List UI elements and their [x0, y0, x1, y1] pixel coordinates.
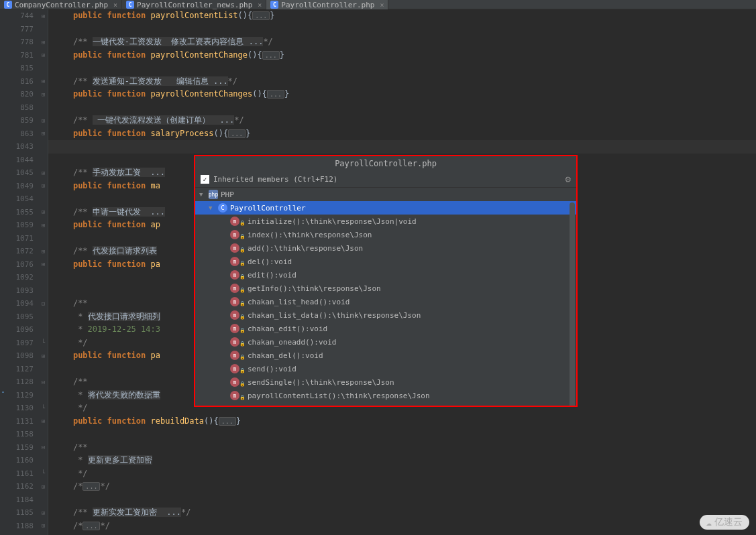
code-line[interactable]: [54, 101, 756, 115]
folded-code-marker[interactable]: ...: [267, 90, 284, 99]
method-icon: m: [230, 297, 239, 306]
tree-method-node[interactable]: m🔒chakan_edit():void: [195, 322, 576, 335]
folded-code-marker[interactable]: ...: [228, 129, 246, 138]
code-line[interactable]: public function payrollContentChanges(){…: [54, 88, 756, 101]
tree-method-node[interactable]: m🔒send():void: [195, 362, 576, 375]
fold-toggle-icon[interactable]: ⊞: [39, 114, 48, 127]
fold-toggle-icon[interactable]: ⊞: [39, 219, 48, 232]
folded-code-marker[interactable]: ...: [252, 11, 270, 20]
code-line[interactable]: * 更新更多工资加密: [54, 454, 756, 467]
tree-method-node[interactable]: m🔒index():\think\response\Json: [195, 228, 576, 241]
fold-toggle-icon[interactable]: └: [39, 402, 48, 415]
tree-method-node[interactable]: m🔒initialize():\think\response\Json|void: [195, 215, 576, 228]
code-line[interactable]: /** 更新实发工资加密 ...*/: [54, 506, 756, 520]
tree-scrollbar[interactable]: [570, 202, 575, 406]
code-line[interactable]: */: [54, 467, 756, 481]
code-line[interactable]: [48, 140, 756, 154]
code-line[interactable]: [54, 428, 756, 441]
folded-code-marker[interactable]: ...: [83, 522, 100, 530]
code-line[interactable]: /** 一键代发-工资发放 修改工资表内容信息 ...*/: [54, 36, 756, 49]
close-icon[interactable]: ×: [380, 1, 384, 9]
fold-toggle-icon: [39, 232, 48, 245]
line-number: 1093: [7, 284, 34, 298]
fold-toggle-icon[interactable]: ⊟: [39, 375, 48, 389]
code-line[interactable]: /**: [54, 441, 756, 455]
fold-toggle-icon[interactable]: ⊞: [39, 415, 48, 428]
fold-toggle-icon[interactable]: └: [39, 467, 48, 481]
fold-toggle-icon[interactable]: ⊞: [39, 166, 48, 180]
code-line[interactable]: [54, 23, 756, 36]
code-line[interactable]: /*...*/: [54, 480, 756, 493]
folded-code-marker[interactable]: ...: [219, 417, 236, 426]
tree-method-label: del():void: [248, 257, 292, 266]
code-line[interactable]: [54, 62, 756, 75]
tab-file[interactable]: CPayrollController_news.php×: [122, 0, 266, 9]
fold-toggle-icon[interactable]: ⊞: [39, 206, 48, 219]
line-number: 1055: [7, 206, 34, 219]
tree-method-node[interactable]: m🔒chakan_list_data():\think\response\Jso…: [195, 308, 576, 322]
code-line[interactable]: public function rebuildData(){...}: [54, 415, 756, 428]
fold-toggle-icon[interactable]: ⊞: [39, 75, 48, 88]
fold-toggle-icon[interactable]: ⊞: [39, 36, 48, 49]
fold-toggle-icon[interactable]: ⊞: [39, 520, 48, 533]
tree-root-php[interactable]: ▼ php PHP: [195, 188, 576, 201]
code-line[interactable]: public function payrollContentChange(){.…: [54, 49, 756, 62]
method-icon: m: [230, 391, 239, 400]
fold-toggle-icon: [39, 310, 48, 324]
fold-toggle-icon[interactable]: ⊞: [39, 9, 48, 23]
tree-method-node[interactable]: m🔒payrollContentList():\think\response\J…: [195, 389, 576, 402]
popup-toolbar: ✓ Inherited members (Ctrl+F12) ⚙: [195, 171, 576, 188]
code-line[interactable]: /** 发送通知-工资发放 编辑信息 ...*/: [54, 75, 756, 88]
close-icon[interactable]: ×: [113, 1, 117, 9]
fold-toggle-icon[interactable]: ⊞: [39, 349, 48, 363]
fold-toggle-icon[interactable]: └: [39, 337, 48, 350]
tree-method-label: add():\think\response\Json: [248, 244, 363, 253]
tree-class-node[interactable]: ▼ C PayrollController: [195, 201, 576, 215]
line-number: 1162: [7, 480, 34, 493]
line-number: 1160: [7, 454, 34, 467]
tree-method-node[interactable]: m🔒getInfo():\think\response\Json: [195, 282, 576, 295]
tab-file[interactable]: CPayrollController.php×: [266, 0, 388, 9]
tab-file[interactable]: CCompanyController.php×: [0, 0, 122, 9]
inherited-checkbox[interactable]: ✓: [201, 175, 209, 184]
line-number: 1096: [7, 323, 34, 337]
fold-toggle-icon[interactable]: ⊞: [39, 480, 48, 493]
expand-arrow-icon[interactable]: ▼: [199, 191, 206, 198]
code-line[interactable]: /** 一键代发流程发送（创建订单） ...*/: [54, 114, 756, 127]
folded-code-marker[interactable]: ...: [262, 51, 280, 60]
fold-toggle-icon[interactable]: ⊞: [39, 245, 48, 258]
gear-icon[interactable]: ⚙: [565, 174, 571, 184]
code-line[interactable]: [54, 493, 756, 507]
close-icon[interactable]: ×: [258, 1, 262, 9]
tree-method-node[interactable]: m🔒chakan_list_head():void: [195, 295, 576, 308]
code-line[interactable]: /*...*/: [54, 520, 756, 533]
tree-method-node[interactable]: m🔒del():void: [195, 255, 576, 268]
tree-method-node[interactable]: m🔒chakan_del():void: [195, 349, 576, 362]
fold-toggle-icon[interactable]: ⊞: [39, 506, 48, 520]
method-icon: m: [230, 230, 239, 239]
code-line[interactable]: public function salaryProcess(){...}: [54, 127, 756, 141]
folded-code-marker[interactable]: ...: [83, 482, 100, 491]
fold-toggle-icon[interactable]: ⊞: [39, 127, 48, 141]
fold-toggle-icon[interactable]: ⊟: [39, 441, 48, 455]
expand-arrow-icon[interactable]: ▼: [209, 204, 215, 211]
tree-method-node[interactable]: m🔒sendSingle():\think\response\Json: [195, 375, 576, 389]
watermark-text: 亿速云: [714, 516, 743, 528]
fold-toggle-icon[interactable]: ⊟: [39, 297, 48, 310]
line-number: 1158: [7, 428, 34, 441]
watermark-icon: ☁: [706, 517, 712, 528]
code-line[interactable]: public function payrollContentList(){...…: [54, 9, 756, 23]
lock-icon: 🔒: [239, 221, 245, 226]
tree-method-node[interactable]: m🔒add():\think\response\Json: [195, 241, 576, 255]
tree-method-node[interactable]: m🔒edit():void: [195, 268, 576, 282]
fold-toggle-icon[interactable]: ⊞: [39, 88, 48, 101]
method-icon: m: [230, 351, 239, 360]
structure-tree[interactable]: ▼ php PHP ▼ C PayrollController m🔒initia…: [195, 188, 576, 406]
line-number: 858: [7, 101, 34, 115]
fold-toggle-icon[interactable]: ⊞: [39, 49, 48, 62]
fold-toggle-icon[interactable]: ⊞: [39, 258, 48, 272]
php-file-icon: C: [4, 1, 12, 9]
tree-method-node[interactable]: m🔒chakan_oneadd():void: [195, 335, 576, 349]
class-icon: C: [218, 203, 227, 213]
fold-toggle-icon[interactable]: ⊞: [39, 180, 48, 193]
